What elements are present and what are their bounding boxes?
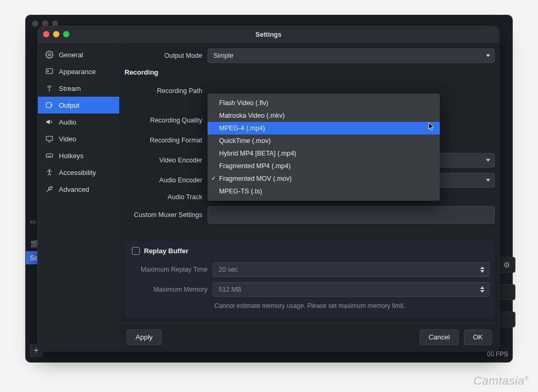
close-icon[interactable]	[43, 31, 49, 37]
watermark: Camtasia®	[473, 374, 529, 388]
bg-chip-c[interactable]	[498, 312, 515, 327]
recording-format-dropdown[interactable]: Flash Video (.flv) Matroska Video (.mkv)…	[208, 94, 440, 201]
chevron-down-icon	[486, 55, 490, 57]
dropdown-option-fragmented-mov[interactable]: Fragmented MOV (.mov)	[208, 172, 440, 185]
dropdown-option-mkv[interactable]: Matroska Video (.mkv)	[208, 109, 440, 122]
minimize-icon[interactable]	[53, 31, 59, 37]
svg-rect-7	[46, 154, 53, 158]
svg-point-2	[47, 70, 48, 71]
sidebar-item-label: Hotkeys	[59, 152, 84, 160]
video-encoder-label: Video Encoder	[125, 157, 208, 164]
custom-muxer-input[interactable]	[208, 206, 495, 224]
sidebar-item-label: Appearance	[59, 68, 96, 76]
sidebar-item-label: Stream	[59, 85, 81, 92]
dropdown-option-mov[interactable]: QuickTime (.mov)	[208, 135, 440, 147]
wrench-icon	[45, 185, 54, 193]
max-replay-time-input[interactable]: 20 sec	[213, 262, 490, 277]
palette-icon	[45, 67, 54, 76]
sidebar-item-label: Advanced	[59, 185, 89, 193]
chevron-down-icon	[486, 179, 490, 182]
output-mode-select[interactable]: Simple	[208, 48, 495, 63]
svg-rect-4	[46, 102, 51, 107]
sidebar-item-label: Output	[59, 101, 79, 109]
output-mode-label: Output Mode	[125, 52, 208, 59]
sidebar-item-output[interactable]: Output	[38, 97, 119, 114]
cancel-button[interactable]: Cancel	[420, 329, 459, 345]
traffic-lights[interactable]	[43, 31, 69, 37]
gear-icon: ⚙	[503, 261, 510, 269]
sidebar-item-hotkeys[interactable]: Hotkeys	[38, 147, 119, 164]
sidebar-item-appearance[interactable]: Appearance	[38, 63, 119, 80]
settings-dialog: Settings General Appearance Stream	[37, 26, 500, 352]
replay-buffer-heading: Replay Buffer	[144, 247, 189, 255]
titlebar: Settings	[38, 26, 499, 43]
speaker-icon	[45, 118, 54, 126]
max-replay-time-label: Maximum Replay Time	[130, 266, 213, 273]
dropdown-option-mpeg-ts[interactable]: MPEG-TS (.ts)	[208, 185, 440, 198]
replay-buffer-panel: Replay Buffer Maximum Replay Time 20 sec	[125, 241, 495, 317]
monitor-icon: ▭	[30, 218, 36, 225]
dropdown-option-hybrid-mp4[interactable]: Hybrid MP4 [BETA] (.mp4)	[208, 147, 440, 160]
monitor-icon	[45, 135, 54, 143]
stepper-icon[interactable]	[479, 264, 486, 275]
audio-encoder-label: Audio Encoder	[125, 177, 208, 184]
audio-track-label: Audio Track	[125, 193, 208, 201]
cursor-icon	[428, 122, 436, 131]
replay-buffer-checkbox[interactable]	[132, 247, 140, 255]
max-memory-input[interactable]: 512 MB	[213, 282, 490, 297]
sidebar-item-label: General	[59, 51, 83, 59]
sidebar-item-advanced[interactable]: Advanced	[38, 181, 119, 198]
chevron-down-icon	[486, 159, 490, 162]
app-main-window: ▭ m 🎬 Scen Scene + ⚙ 00 FPS	[25, 15, 513, 363]
recording-path-label: Recording Path	[125, 87, 208, 95]
sidebar-item-stream[interactable]: Stream	[38, 80, 119, 97]
stepper-icon[interactable]	[479, 284, 486, 295]
svg-rect-5	[46, 136, 53, 140]
gear-icon	[45, 50, 54, 59]
dropdown-option-mp4[interactable]: MPEG-4 (.mp4)	[208, 122, 440, 135]
settings-content: Output Mode Simple Recording Recording P…	[119, 43, 499, 351]
keyboard-icon	[45, 151, 54, 160]
accessibility-icon	[45, 168, 54, 177]
sidebar-item-general[interactable]: General	[38, 46, 119, 63]
sidebar-item-label: Video	[59, 135, 76, 143]
svg-point-12	[49, 169, 50, 171]
sidebar-item-audio[interactable]: Audio	[38, 114, 119, 130]
dropdown-option-flv[interactable]: Flash Video (.flv)	[208, 97, 440, 109]
recording-format-label: Recording Format	[125, 137, 208, 144]
settings-sidebar: General Appearance Stream Output Audio	[38, 43, 119, 351]
bg-fps-label: 00 FPS	[487, 350, 508, 358]
replay-help-text: Cannot estimate memory usage. Please set…	[130, 302, 490, 310]
max-memory-label: Maximum Memory	[130, 286, 213, 293]
bg-right-chips: ⚙	[498, 257, 515, 327]
svg-point-0	[48, 54, 50, 56]
bg-chip-b[interactable]	[498, 284, 515, 300]
dialog-footer: Apply Cancel OK	[119, 323, 499, 351]
sidebar-item-video[interactable]: Video	[38, 130, 119, 147]
sidebar-item-accessibility[interactable]: Accessibility	[38, 164, 119, 181]
output-icon	[45, 101, 54, 109]
bg-settings-chip[interactable]: ⚙	[498, 257, 515, 273]
recording-quality-label: Recording Quality	[125, 117, 208, 124]
dropdown-option-fragmented-mp4[interactable]: Fragmented MP4 (.mp4)	[208, 160, 440, 172]
antenna-icon	[45, 84, 54, 92]
ok-button[interactable]: OK	[464, 329, 492, 345]
apply-button[interactable]: Apply	[127, 329, 162, 345]
sidebar-item-label: Audio	[59, 118, 76, 126]
window-title: Settings	[255, 31, 281, 38]
maximize-icon[interactable]	[63, 31, 69, 37]
sidebar-item-label: Accessibility	[59, 169, 96, 177]
custom-muxer-label: Custom Muxer Settings	[125, 211, 208, 219]
recording-heading: Recording	[125, 68, 495, 76]
